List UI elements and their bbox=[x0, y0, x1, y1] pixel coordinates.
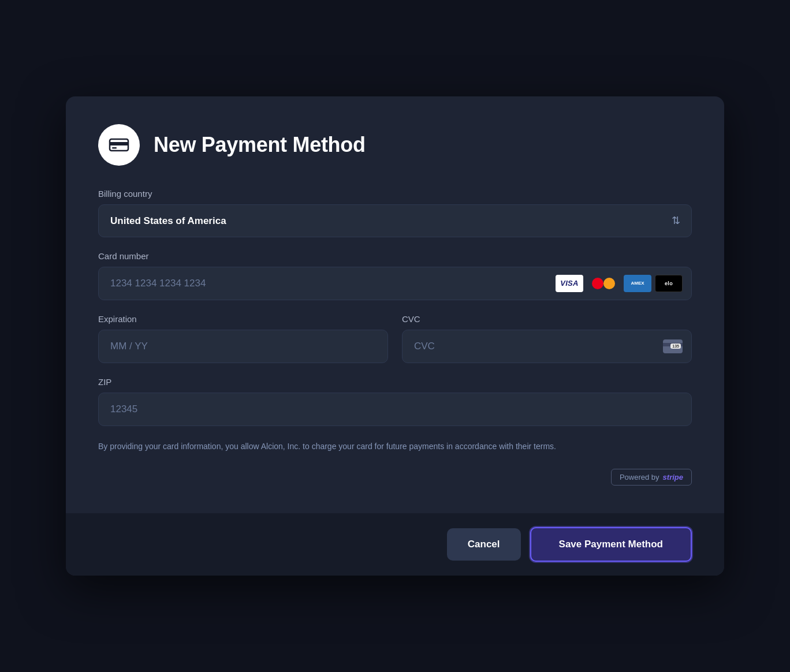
billing-country-group: Billing country United States of America… bbox=[98, 189, 692, 237]
zip-label: ZIP bbox=[98, 377, 692, 387]
modal-title: New Payment Method bbox=[154, 133, 366, 157]
modal-body: New Payment Method Billing country Unite… bbox=[66, 96, 724, 513]
billing-country-label: Billing country bbox=[98, 189, 692, 199]
expiration-input[interactable] bbox=[98, 330, 388, 363]
billing-country-select[interactable]: United States of America Canada United K… bbox=[98, 204, 692, 237]
billing-country-wrapper: United States of America Canada United K… bbox=[98, 204, 692, 237]
stripe-badge[interactable]: Powered by stripe bbox=[611, 469, 692, 486]
stripe-brand-text: stripe bbox=[663, 473, 683, 481]
header-icon-circle bbox=[98, 124, 140, 166]
save-payment-button[interactable]: Save Payment Method bbox=[530, 527, 692, 562]
expiry-cvc-row: Expiration CVC 135 bbox=[98, 314, 692, 363]
powered-by-text: Powered by bbox=[620, 473, 659, 481]
amex-icon: AMEX bbox=[624, 275, 651, 292]
zip-group: ZIP bbox=[98, 377, 692, 426]
card-brand-icons: VISA AMEX elo bbox=[556, 275, 683, 292]
card-number-group: Card number VISA AMEX elo bbox=[98, 251, 692, 300]
modal-header: New Payment Method bbox=[98, 124, 692, 166]
expiration-label: Expiration bbox=[98, 314, 388, 324]
svg-rect-1 bbox=[110, 142, 128, 145]
modal-footer: Cancel Save Payment Method bbox=[66, 513, 724, 576]
expiration-group: Expiration bbox=[98, 314, 388, 363]
stripe-powered-row: Powered by stripe bbox=[98, 469, 692, 486]
zip-input[interactable] bbox=[98, 393, 692, 426]
cvc-group: CVC 135 bbox=[402, 314, 692, 363]
cvc-card-graphic: 135 bbox=[663, 339, 683, 353]
cvc-card-icon: 135 bbox=[663, 339, 683, 353]
card-number-label: Card number bbox=[98, 251, 692, 261]
mastercard-icon bbox=[587, 275, 620, 292]
credit-card-icon bbox=[109, 135, 129, 155]
visa-icon: VISA bbox=[556, 275, 583, 292]
card-number-wrapper: VISA AMEX elo bbox=[98, 267, 692, 300]
disclaimer-text: By providing your card information, you … bbox=[98, 440, 692, 453]
cancel-button[interactable]: Cancel bbox=[447, 528, 521, 561]
elo-icon: elo bbox=[655, 275, 683, 292]
svg-rect-2 bbox=[112, 147, 117, 149]
cvc-wrapper: 135 bbox=[402, 330, 692, 363]
payment-modal: New Payment Method Billing country Unite… bbox=[66, 96, 724, 576]
cvc-input[interactable] bbox=[402, 330, 692, 363]
cvc-label: CVC bbox=[402, 314, 692, 324]
cvc-number-badge: 135 bbox=[670, 344, 681, 349]
